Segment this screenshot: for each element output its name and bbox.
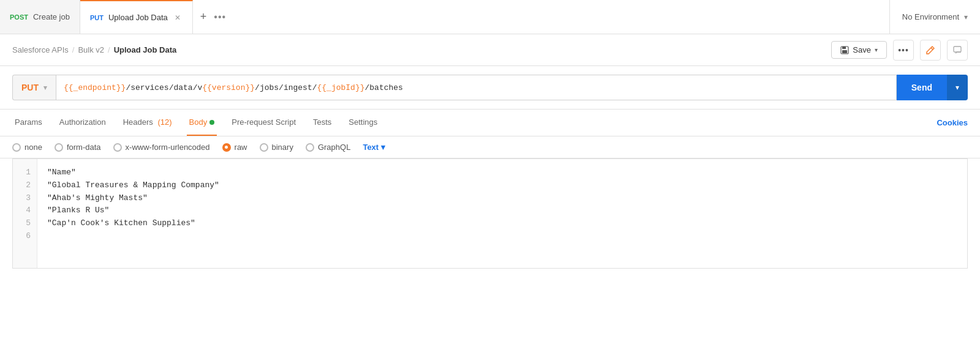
- line-number-5: 5: [19, 217, 31, 230]
- text-type-label: Text: [363, 143, 379, 152]
- svg-rect-2: [842, 50, 847, 53]
- send-button-group: Send ▾: [897, 75, 968, 100]
- svg-rect-1: [842, 47, 846, 49]
- body-option-urlencoded[interactable]: x-www-form-urlencoded: [113, 143, 210, 152]
- method-select[interactable]: PUT ▾: [12, 75, 56, 100]
- body-options: none form-data x-www-form-urlencoded raw…: [0, 136, 980, 158]
- radio-urlencoded[interactable]: [113, 143, 122, 152]
- code-line-2: "Global Treasures & Mapping Company": [47, 179, 957, 192]
- code-line-5: "Cap'n Cook's Kitchen Supplies": [47, 217, 957, 230]
- body-option-form-data[interactable]: form-data: [55, 143, 101, 152]
- environment-selector[interactable]: No Environment ▾: [889, 0, 980, 34]
- tab-method-post: POST: [10, 13, 28, 21]
- tab-pre-request-label: Pre-request Script: [232, 117, 296, 127]
- svg-rect-3: [954, 47, 961, 52]
- save-chevron-icon[interactable]: ▾: [875, 47, 878, 53]
- comment-button[interactable]: [947, 40, 968, 61]
- tab-close-icon[interactable]: ✕: [173, 13, 183, 23]
- breadcrumb-salesforce[interactable]: Salesforce APIs: [12, 45, 69, 54]
- send-button[interactable]: Send: [897, 75, 947, 100]
- tab-settings[interactable]: Settings: [346, 110, 380, 136]
- text-type-chevron-icon: ▾: [381, 143, 385, 152]
- body-graphql-label: GraphQL: [318, 143, 350, 152]
- tab-upload-job[interactable]: PUT Upload Job Data ✕: [80, 0, 193, 34]
- tab-authorization[interactable]: Authorization: [57, 110, 108, 136]
- method-label: PUT: [21, 83, 39, 92]
- body-option-raw[interactable]: raw: [222, 143, 247, 152]
- body-binary-label: binary: [272, 143, 293, 152]
- radio-raw[interactable]: [222, 143, 231, 152]
- tab-actions: + •••: [193, 0, 233, 34]
- save-button[interactable]: Save ▾: [831, 41, 887, 59]
- radio-binary[interactable]: [260, 143, 268, 152]
- tab-authorization-label: Authorization: [59, 117, 106, 127]
- body-option-binary[interactable]: binary: [260, 143, 293, 152]
- tab-create-job[interactable]: POST Create job: [0, 0, 80, 34]
- code-line-4: "Planks R Us": [47, 204, 957, 217]
- tab-params-label: Params: [15, 117, 42, 127]
- comment-icon: [952, 45, 962, 55]
- headers-count: (12): [156, 117, 172, 127]
- code-content[interactable]: "Name" "Global Treasures & Mapping Compa…: [37, 159, 967, 268]
- line-number-1: 1: [19, 166, 31, 179]
- tab-tests[interactable]: Tests: [311, 110, 334, 136]
- radio-none[interactable]: [12, 143, 21, 152]
- text-type-dropdown[interactable]: Text ▾: [363, 143, 385, 152]
- url-var-3: {{_jobId}}: [317, 83, 365, 92]
- url-var-1: {{_endpoint}}: [64, 83, 126, 92]
- tab-more-button[interactable]: •••: [214, 12, 226, 23]
- line-number-6: 6: [19, 230, 31, 243]
- code-line-3: "Ahab's Mighty Masts": [47, 192, 957, 205]
- body-raw-label: raw: [235, 143, 247, 152]
- breadcrumb-sep-2: /: [108, 45, 110, 54]
- tab-settings-label: Settings: [349, 117, 377, 127]
- breadcrumb-current: Upload Job Data: [114, 45, 177, 54]
- breadcrumb-actions: Save ▾ •••: [831, 40, 968, 61]
- breadcrumb-sep-1: /: [72, 45, 75, 54]
- environment-label: No Environment: [902, 12, 959, 21]
- url-plain-1: /services/data/v: [126, 83, 202, 92]
- url-field[interactable]: {{_endpoint}} /services/data/v {{version…: [56, 75, 897, 100]
- radio-form-data[interactable]: [55, 143, 63, 152]
- request-tabs-row: Params Authorization Headers (12) Body P…: [0, 110, 980, 136]
- save-icon: [840, 46, 849, 54]
- tab-label-create-job: Create job: [33, 12, 70, 21]
- radio-graphql[interactable]: [306, 143, 314, 152]
- edit-button[interactable]: [920, 40, 941, 61]
- url-plain-3: /batches: [365, 83, 403, 92]
- body-form-data-label: form-data: [67, 143, 101, 152]
- body-option-graphql[interactable]: GraphQL: [306, 143, 350, 152]
- tab-headers-label: Headers: [123, 117, 153, 127]
- tab-body[interactable]: Body: [187, 110, 217, 136]
- body-urlencoded-label: x-www-form-urlencoded: [126, 143, 210, 152]
- body-active-dot: [209, 120, 214, 125]
- tab-label-upload-job: Upload Job Data: [108, 13, 168, 22]
- tab-headers[interactable]: Headers (12): [121, 110, 175, 136]
- request-bar: PUT ▾ {{_endpoint}} /services/data/v {{v…: [0, 66, 980, 110]
- body-option-none[interactable]: none: [12, 143, 42, 152]
- save-label: Save: [853, 45, 871, 54]
- tab-body-label: Body: [189, 117, 208, 127]
- environment-chevron-icon: ▾: [964, 13, 968, 21]
- method-chevron-icon: ▾: [43, 84, 47, 92]
- tab-pre-request[interactable]: Pre-request Script: [229, 110, 298, 136]
- tab-method-put: PUT: [90, 14, 104, 21]
- tab-bar: POST Create job PUT Upload Job Data ✕ + …: [0, 0, 980, 34]
- breadcrumb: Salesforce APIs / Bulk v2 / Upload Job D…: [12, 45, 831, 54]
- breadcrumb-more-button[interactable]: •••: [893, 40, 914, 61]
- line-numbers: 1 2 3 4 5 6: [13, 159, 37, 268]
- code-editor[interactable]: 1 2 3 4 5 6 "Name" "Global Treasures & M…: [12, 158, 968, 269]
- cookies-link[interactable]: Cookies: [937, 118, 968, 127]
- url-plain-2: /jobs/ingest/: [255, 83, 317, 92]
- url-var-2: {{version}}: [202, 83, 255, 92]
- line-number-3: 3: [19, 192, 31, 205]
- tab-params[interactable]: Params: [12, 110, 45, 136]
- code-line-1: "Name": [47, 166, 957, 179]
- line-number-4: 4: [19, 204, 31, 217]
- tab-tests-label: Tests: [313, 117, 331, 127]
- send-dropdown-button[interactable]: ▾: [947, 75, 968, 100]
- breadcrumb-bulk[interactable]: Bulk v2: [78, 45, 104, 54]
- new-tab-button[interactable]: +: [200, 10, 207, 23]
- body-none-label: none: [24, 143, 42, 152]
- breadcrumb-bar: Salesforce APIs / Bulk v2 / Upload Job D…: [0, 34, 980, 66]
